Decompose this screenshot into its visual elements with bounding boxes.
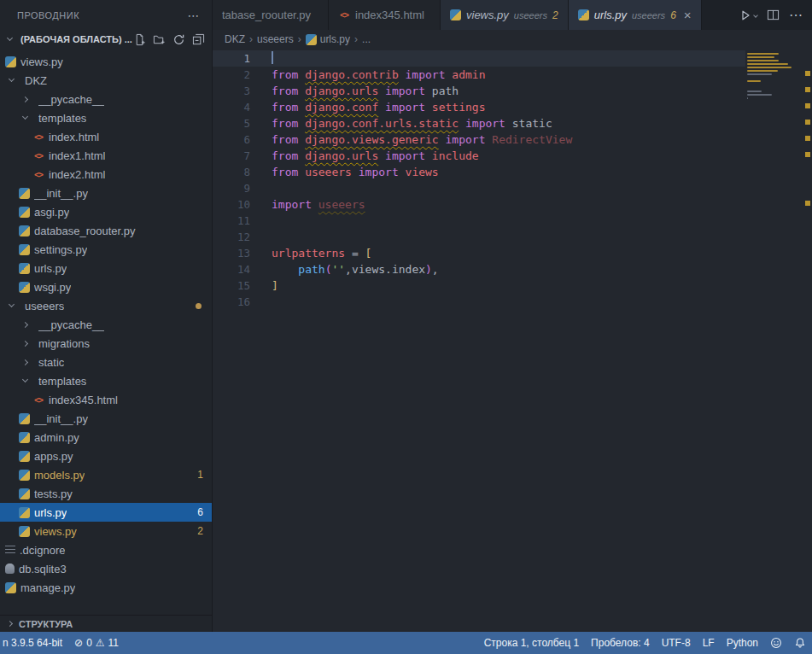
line-number: 9 <box>213 180 250 196</box>
more-actions-button[interactable]: ⋯ <box>789 7 803 23</box>
outline-section-header[interactable]: СТРУКТУРА <box>0 615 212 632</box>
minimap-line <box>747 91 762 92</box>
html-icon: <> <box>32 150 44 161</box>
close-icon[interactable]: × <box>684 8 692 22</box>
collapse-all-button[interactable] <box>191 32 205 46</box>
new-folder-button[interactable] <box>152 32 166 46</box>
tree-file-db.sqlite3[interactable]: db.sqlite3 <box>0 559 212 578</box>
warning-ruler-mark <box>805 87 810 92</box>
minimap[interactable] <box>747 50 801 104</box>
html-icon: <> <box>338 9 350 20</box>
tree-file-__init__.py[interactable]: __init__.py <box>0 184 212 202</box>
tree-folder-__pycache__[interactable]: __pycache__ <box>0 90 212 108</box>
encoding-status[interactable]: UTF-8 <box>656 632 697 654</box>
minimap-line <box>747 56 774 58</box>
file-label: index.html <box>49 131 99 143</box>
status-right: Строка 1, столбец 1 Пробелов: 4 UTF-8 LF… <box>478 632 812 654</box>
indentation-status[interactable]: Пробелов: 4 <box>585 632 656 654</box>
tree-folder-__pycache__[interactable]: __pycache__ <box>0 315 212 334</box>
tree-file-views.py[interactable]: views.py2 <box>0 522 212 540</box>
chevron-down-icon <box>9 301 15 307</box>
tree-folder-templates[interactable]: templates <box>0 371 212 390</box>
python-interpreter-status[interactable]: n 3.9.5 64-bit <box>0 632 68 654</box>
tree-file-wsgi.py[interactable]: wsgi.py <box>0 277 212 296</box>
python-icon <box>19 225 30 236</box>
minimap-line <box>747 80 761 82</box>
new-file-button[interactable] <box>132 32 146 46</box>
tree-file-index1.html[interactable]: <>index1.html <box>0 146 212 165</box>
code-line-2: 2from django.contrib import admin <box>213 67 745 83</box>
workspace-label: (РАБОЧАЯ ОБЛАСТЬ) ... <box>20 34 132 44</box>
tree-file-urls.py[interactable]: urls.py6 <box>0 503 212 522</box>
file-label: database_roouter.py <box>34 225 136 237</box>
python-icon <box>19 451 30 462</box>
tree-file-apps.py[interactable]: apps.py <box>0 447 212 465</box>
file-label: useeers <box>25 300 64 312</box>
python-icon <box>19 488 30 499</box>
chevron-down-icon <box>753 13 758 18</box>
tree-file-index.html[interactable]: <>index.html <box>0 127 212 146</box>
workspace-section-header[interactable]: (РАБОЧАЯ ОБЛАСТЬ) ... <box>0 30 212 49</box>
explorer-more-icon[interactable]: ⋯ <box>188 9 201 22</box>
file-label: wsgi.py <box>34 281 71 294</box>
problems-badge: 2 <box>197 525 203 537</box>
new-folder-icon <box>153 33 166 46</box>
tree-folder-useeers[interactable]: useeers <box>0 296 212 315</box>
code-text: from django.conf import settings <box>272 99 485 115</box>
code-editor[interactable]: 12from django.contrib import admin3from … <box>213 49 812 632</box>
tab-index345.html[interactable]: <>index345.html <box>329 0 441 30</box>
tree-file-admin.py[interactable]: admin.py <box>0 428 212 447</box>
notifications-button[interactable] <box>788 632 812 654</box>
breadcrumb-item-root[interactable]: DKZ <box>225 33 245 45</box>
play-icon <box>739 9 752 22</box>
tree-file-tests.py[interactable]: tests.py <box>0 484 212 503</box>
tree-file-index345.html[interactable]: <>index345.html <box>0 390 212 409</box>
tree-file-settings.py[interactable]: settings.py <box>0 240 212 259</box>
line-number: 14 <box>213 261 250 277</box>
file-label: index2.html <box>49 168 105 181</box>
tree-file-views.py[interactable]: views.py <box>0 52 212 71</box>
line-number: 2 <box>213 67 250 83</box>
minimap-line <box>747 67 792 68</box>
tab-tabase_roouter.py[interactable]: tabase_roouter.py <box>213 0 329 30</box>
tree-folder-migrations[interactable]: migrations <box>0 334 212 353</box>
file-label: static <box>38 356 64 369</box>
code-line-8: 8from useeers import views <box>213 164 745 180</box>
breadcrumb-item-more[interactable]: ... <box>362 33 371 45</box>
refresh-button[interactable] <box>172 32 185 46</box>
language-mode-status[interactable]: Python <box>721 632 764 654</box>
code-area[interactable]: 12from django.contrib import admin3from … <box>213 49 812 310</box>
line-number: 8 <box>213 164 250 180</box>
tree-folder-DKZ[interactable]: DKZ <box>0 71 212 90</box>
tab-views.py[interactable]: views.pyuseeers2 <box>441 0 569 30</box>
tab-urls.py[interactable]: urls.pyuseeers6× <box>569 0 702 30</box>
breadcrumb-item-folder[interactable]: useeers <box>257 33 294 45</box>
cursor-position-status[interactable]: Строка 1, столбец 1 <box>478 632 585 654</box>
tree-file-models.py[interactable]: models.py1 <box>0 465 212 484</box>
tree-file-__init__.py[interactable]: __init__.py <box>0 409 212 428</box>
code-text: from django.conf.urls.static import stat… <box>272 115 552 131</box>
eol-status[interactable]: LF <box>697 632 721 654</box>
tree-file-.dcignore[interactable]: .dcignore <box>0 540 212 559</box>
tree-file-manage.py[interactable]: manage.py <box>0 578 212 597</box>
split-editor-button[interactable] <box>767 9 780 21</box>
tree-folder-static[interactable]: static <box>0 353 212 371</box>
problems-status[interactable]: ⊘ 0 ⚠ 11 <box>68 632 125 654</box>
file-label: .dcignore <box>20 544 65 557</box>
line-number: 5 <box>213 115 250 131</box>
file-label: index345.html <box>49 394 118 406</box>
tree-file-asgi.py[interactable]: asgi.py <box>0 202 212 221</box>
breadcrumb-item-file[interactable]: urls.py <box>306 33 350 45</box>
outline-label: СТРУКТУРА <box>19 619 73 629</box>
tree-file-index2.html[interactable]: <>index2.html <box>0 165 212 184</box>
html-icon: <> <box>32 169 44 180</box>
chevron-down-icon <box>9 76 15 82</box>
run-python-file-button[interactable] <box>739 9 757 22</box>
python-icon <box>19 244 30 255</box>
tree-file-urls.py[interactable]: urls.py <box>0 259 212 277</box>
tree-file-database_roouter.py[interactable]: database_roouter.py <box>0 221 212 240</box>
chevron-down-icon <box>22 114 28 120</box>
tree-folder-templates[interactable]: templates <box>0 108 212 127</box>
feedback-button[interactable] <box>764 632 788 654</box>
code-line-11: 11 <box>213 213 745 229</box>
